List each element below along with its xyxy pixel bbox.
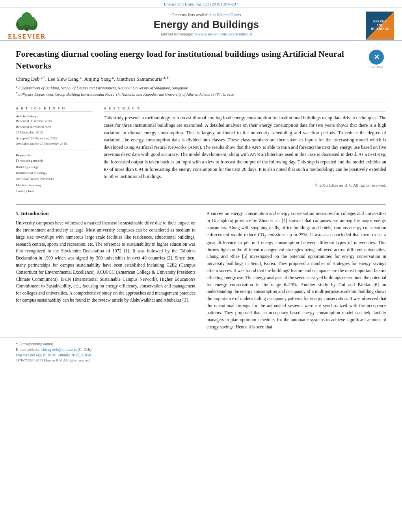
journal-header: ELSEVIER Contents lists available at Sci…: [0, 7, 402, 41]
energy-badge-line1: ENERGY: [371, 20, 389, 24]
body-right-col: A survey on energy consumption and energ…: [207, 210, 386, 334]
doi-url[interactable]: http://dx.doi.org/10.1016/j.enbuild.2015…: [16, 353, 91, 357]
article-title: Forecasting diurnal cooling energy load …: [16, 48, 367, 71]
email-author-note: (C. Deb).: [78, 347, 93, 352]
journal-reference: Energy and Buildings 121 (2016) 284–297: [164, 2, 238, 6]
keyword-2: Building energy: [16, 164, 93, 170]
journal-title: Energy and Buildings: [54, 19, 359, 31]
crossmark-badge: ✕ CrossMark: [367, 50, 386, 69]
affiliations: a a Department of Building, School of De…: [16, 85, 386, 98]
copyright-line: © 2015 Elsevier B.V. All rights reserved…: [104, 183, 386, 187]
section-number: 1.: [16, 210, 20, 216]
crossmark-icon: ✕: [374, 53, 380, 61]
energy-badge-line3: BUILDINGS: [371, 27, 389, 31]
author-mattheos: Mattheos Santamouris a, b: [116, 76, 169, 82]
journal-top-bar: Energy and Buildings 121 (2016) 284–297: [0, 0, 402, 7]
intro-paragraph-2: A survey on energy consumption and energ…: [207, 210, 386, 330]
homepage-url[interactable]: www.elsevier.com/locate/enbuild: [194, 32, 252, 36]
section-title: Introduction: [21, 210, 49, 216]
homepage-label: journal homepage:: [161, 32, 193, 36]
keyword-4: Artificial Neural Networks: [16, 176, 93, 182]
keyword-6: Cooling load: [16, 188, 93, 194]
svg-point-5: [18, 17, 26, 26]
article-info-abstract: A R T I C L E I N F O Article history: R…: [16, 106, 386, 197]
rights-line: 0378-7788/© 2015 Elsevier B.V. All right…: [16, 358, 386, 362]
authors-line: Chirag Deb a,*, Lee Siew Eang a, Junjing…: [16, 75, 386, 82]
email-note: E-mail address: chirag.deb@u.nus.edu (C.…: [16, 347, 386, 352]
energy-badge-line2: AND: [371, 24, 389, 28]
footer: * Corresponding author. E-mail address: …: [0, 337, 402, 365]
contents-line: Contents lists available at ScienceDirec…: [54, 12, 359, 17]
affiliation-a: a a Department of Building, School of De…: [16, 85, 386, 91]
affiliation-b: b b Physics Department, Group Building E…: [16, 91, 386, 97]
author-junjing: Junjing Yang a: [84, 76, 114, 82]
author-chirag: Chirag Deb a,*: [16, 76, 45, 82]
available-date: Available online 29 December 2015: [16, 141, 93, 146]
svg-rect-8: [24, 26, 30, 26]
sciencedirect-link[interactable]: ScienceDirect: [217, 12, 241, 17]
svg-point-7: [26, 28, 28, 30]
corresponding-author-note: * Corresponding author.: [16, 342, 386, 346]
elsevier-tree-icon: [13, 11, 41, 32]
divider-1: [16, 102, 386, 102]
article-title-section: Forecasting diurnal cooling energy load …: [16, 48, 386, 71]
divider-keywords: [16, 150, 93, 150]
received-date: Received 9 October 2015: [16, 118, 93, 124]
article-history: Article history: Received 9 October 2015…: [16, 114, 93, 146]
abstract-title: A B S T R A C T: [104, 106, 386, 112]
main-content: Forecasting diurnal cooling energy load …: [0, 41, 402, 334]
keyword-1: Forecasting models: [16, 158, 93, 164]
received-revised-label: Received in revised form: [16, 124, 93, 130]
header-center: Contents lists available at ScienceDirec…: [54, 12, 359, 39]
author-leesiew: Lee Siew Eang a: [48, 76, 82, 82]
keywords-label: Keywords:: [16, 153, 93, 157]
keyword-5: Machine learning: [16, 182, 93, 188]
elsevier-logo: ELSEVIER: [8, 11, 46, 40]
corresponding-label: * Corresponding author.: [16, 342, 54, 346]
doi-line: http://dx.doi.org/10.1016/j.enbuild.2015…: [16, 353, 386, 357]
crossmark-circle: ✕: [369, 50, 384, 65]
body-left-col: 1. Introduction University campuses have…: [16, 210, 195, 334]
energy-badge-text: ENERGY AND BUILDINGS: [370, 19, 390, 32]
email-label: E-mail address:: [16, 347, 40, 352]
section-divider: [16, 204, 386, 205]
article-info-col: A R T I C L E I N F O Article history: R…: [16, 106, 93, 197]
page: Energy and Buildings 121 (2016) 284–297 …: [0, 0, 402, 532]
contents-label: Contents lists available at: [171, 12, 216, 17]
email-link[interactable]: chirag.deb@u.nus.edu: [41, 347, 76, 352]
revised-date: 24 December 2015: [16, 130, 93, 135]
abstract-text: This study presents a methodology to for…: [104, 114, 386, 180]
intro-paragraph-1: University campuses have witnessed a mar…: [16, 220, 195, 304]
elsevier-name: ELSEVIER: [8, 33, 46, 40]
section-1-heading: 1. Introduction: [16, 210, 195, 217]
history-label: Article history:: [16, 114, 93, 118]
accepted-date: Accepted 24 December 2015: [16, 135, 93, 141]
energy-badge: ENERGY AND BUILDINGS: [366, 11, 394, 40]
homepage-line: journal homepage: www.elsevier.com/locat…: [54, 32, 359, 36]
keyword-3: Institutional buildings: [16, 170, 93, 176]
abstract-col: A B S T R A C T This study presents a me…: [104, 106, 386, 197]
body-content: 1. Introduction University campuses have…: [16, 210, 386, 334]
article-info-title: A R T I C L E I N F O: [16, 106, 93, 112]
energy-logo-box: ENERGY AND BUILDINGS: [359, 11, 394, 40]
svg-point-6: [28, 17, 36, 26]
crossmark-label: CrossMark: [369, 65, 383, 69]
keywords-section: Keywords: Forecasting models Building en…: [16, 153, 93, 194]
